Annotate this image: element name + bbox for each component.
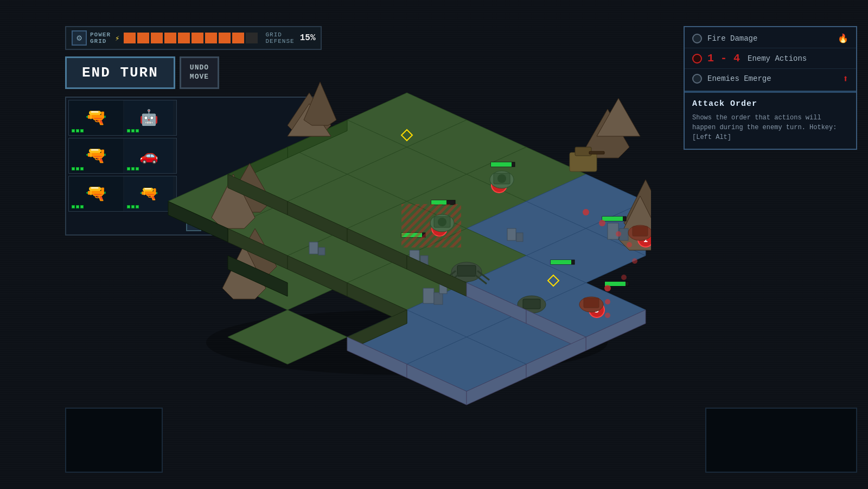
enemy-actions-circle [692,54,702,63]
enemies-emerge-label: Enemies Emerge [707,74,837,83]
unit-dots-2 [72,167,84,170]
fire-damage-circle [692,34,702,43]
svg-rect-43 [516,233,523,242]
svg-rect-101 [633,226,648,236]
svg-rect-103 [584,298,599,308]
info-panel-header: Fire Damage 🔥 1 - 4 Enemy Actions Enemie… [685,27,856,92]
game-map[interactable]: 2 4 1 3 [136,27,678,435]
svg-rect-42 [507,228,516,240]
svg-point-72 [599,220,605,226]
svg-point-71 [583,209,589,215]
info-panel: Fire Damage 🔥 1 - 4 Enemy Actions Enemie… [684,26,857,150]
info-detail-text: Shows the order that actions will happen… [692,113,848,142]
svg-rect-46 [309,242,318,254]
svg-point-91 [438,218,446,226]
svg-rect-44 [608,223,618,239]
svg-point-79 [605,313,610,318]
info-row-fire-damage: Fire Damage 🔥 [685,29,856,48]
svg-rect-49 [434,293,443,304]
svg-rect-47 [318,247,325,255]
svg-point-78 [605,299,610,304]
unit-dots-1 [72,129,84,132]
svg-rect-85 [589,151,604,154]
enemy-actions-count: 1 - 4 [707,52,740,65]
svg-point-73 [616,231,621,237]
iso-grid-svg: 2 4 1 3 [163,28,651,435]
info-row-enemies-emerge: Enemies Emerge ⬆ [685,69,856,88]
info-detail-title: Attack Order [692,99,848,109]
svg-rect-52 [491,162,512,167]
emerge-arrow-icon: ⬆ [843,73,848,85]
unit-card-3-left: 🔫 [69,176,123,211]
bottom-right-panel [705,408,857,473]
svg-rect-58 [602,217,623,221]
svg-rect-93 [457,265,476,276]
unit-card-2-left: 🔫 [69,138,123,173]
svg-point-88 [497,174,506,183]
unit-dots-3 [72,205,84,208]
svg-rect-60 [551,260,571,264]
svg-rect-54 [431,200,446,205]
enemy-actions-label: Enemy Actions [748,54,848,63]
gear-icon[interactable]: ⚙ [72,30,87,46]
enemies-emerge-circle [692,74,702,84]
lightning-icon: ⚡ [115,34,119,43]
unit-card-1-left: 🔫 [69,100,123,135]
fire-damage-label: Fire Damage [707,34,832,43]
svg-point-76 [621,275,627,280]
svg-point-74 [627,242,632,247]
info-detail-box: Attack Order Shows the order that action… [685,92,856,149]
svg-rect-99 [523,299,540,309]
power-grid-label: POWER GRID [90,31,111,45]
svg-point-77 [604,285,611,291]
svg-rect-48 [423,288,434,303]
info-row-enemy-actions: 1 - 4 Enemy Actions [685,48,856,69]
segment-1 [124,33,136,43]
bottom-left-panel [65,408,163,473]
svg-rect-84 [575,147,591,156]
svg-point-75 [632,258,637,264]
fire-icon: 🔥 [838,33,848,44]
